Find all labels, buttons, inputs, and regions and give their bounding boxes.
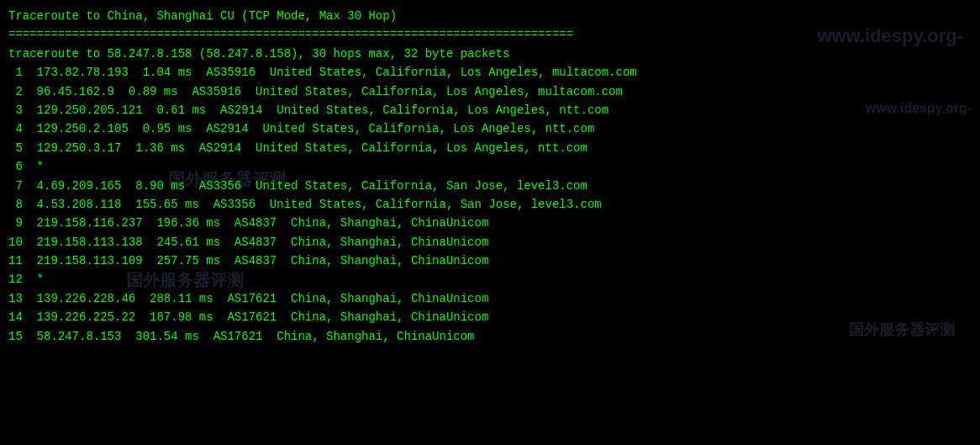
hop-line-4: 4 129.250.2.105 0.95 ms AS2914 United St…	[8, 119, 972, 138]
hop-line-12: 12 *	[8, 270, 972, 289]
hop-line-10: 10 219.158.113.138 245.61 ms AS4837 Chin…	[8, 233, 972, 252]
hop-line-15: 15 58.247.8.153 301.54 ms AS17621 China,…	[8, 327, 972, 346]
hop-line-2: 2 96.45.162.9 0.89 ms AS35916 United Sta…	[8, 82, 972, 101]
hop-line-9: 9 219.158.116.237 196.36 ms AS4837 China…	[8, 214, 972, 232]
hop-line-13: 13 139.226.228.46 288.11 ms AS17621 Chin…	[8, 289, 972, 308]
hop-line-11: 11 219.158.113.109 257.75 ms AS4837 Chin…	[8, 252, 972, 270]
hop-line-5: 5 129.250.3.17 1.36 ms AS2914 United Sta…	[8, 139, 972, 157]
target-line: traceroute to 58.247.8.158 (58.247.8.158…	[8, 45, 972, 63]
hop-line-14: 14 139.226.225.22 187.98 ms AS17621 Chin…	[8, 308, 972, 326]
hops-container: 1 173.82.78.193 1.04 ms AS35916 United S…	[8, 63, 972, 346]
title-line: Traceroute to China, Shanghai CU (TCP Mo…	[8, 7, 972, 25]
terminal-output: Traceroute to China, Shanghai CU (TCP Mo…	[8, 7, 972, 346]
hop-line-6: 6 *	[8, 157, 972, 176]
hop-line-3: 3 129.250.205.121 0.61 ms AS2914 United …	[8, 101, 972, 119]
divider-line: ========================================…	[8, 25, 972, 44]
hop-line-8: 8 4.53.208.118 155.65 ms AS3356 United S…	[8, 195, 972, 214]
hop-line-7: 7 4.69.209.165 8.90 ms AS3356 United Sta…	[8, 177, 972, 195]
hop-line-1: 1 173.82.78.193 1.04 ms AS35916 United S…	[8, 63, 972, 82]
